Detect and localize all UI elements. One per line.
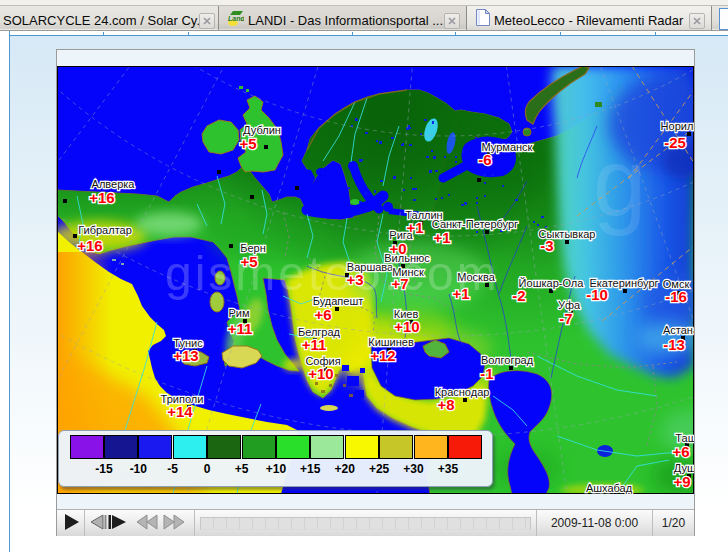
svg-text:+7: +7	[391, 275, 408, 292]
svg-text:+3: +3	[346, 271, 363, 288]
svg-text:-10: -10	[586, 286, 608, 303]
svg-text:+10: +10	[308, 365, 333, 382]
svg-text:+1: +1	[452, 285, 469, 302]
svg-text:-6: -6	[478, 151, 491, 168]
svg-text:+1: +1	[433, 229, 450, 246]
svg-text:Москва: Москва	[457, 271, 495, 283]
svg-text:+11: +11	[228, 320, 253, 337]
svg-text:+6: +6	[314, 306, 331, 323]
svg-text:Йошкар-Ола: Йошкар-Ола	[519, 277, 585, 289]
svg-text:-3: -3	[540, 237, 553, 254]
svg-text:-7: -7	[559, 310, 572, 327]
svg-text:+11: +11	[302, 336, 327, 353]
svg-text:+10: +10	[394, 318, 419, 335]
svg-text:+16: +16	[89, 189, 114, 206]
svg-text:-13: -13	[663, 336, 685, 353]
svg-text:+5: +5	[240, 253, 257, 270]
svg-text:Гибралтар: Гибралтар	[78, 224, 132, 236]
svg-text:gismeteo.com: gismeteo.com	[165, 247, 500, 300]
svg-text:+16: +16	[77, 237, 102, 254]
svg-text:-16: -16	[665, 288, 687, 305]
svg-text:-25: -25	[664, 134, 686, 151]
svg-text:+5: +5	[239, 135, 256, 152]
svg-text:g: g	[593, 129, 646, 236]
svg-text:Астана: Астана	[663, 324, 694, 336]
svg-text:-1: -1	[480, 365, 493, 382]
svg-text:Рим: Рим	[228, 307, 249, 319]
svg-text:Landi: Landi	[228, 15, 244, 22]
svg-text:+12: +12	[370, 347, 395, 364]
svg-text:+8: +8	[437, 396, 454, 413]
svg-text:Вильнюс: Вильнюс	[384, 252, 430, 264]
svg-text:+14: +14	[167, 403, 193, 420]
svg-text:+6: +6	[672, 443, 689, 460]
svg-text:Ашхабад: Ашхабад	[586, 482, 633, 494]
svg-text:+13: +13	[173, 347, 198, 364]
svg-text:-2: -2	[512, 287, 525, 304]
svg-text:+9: +9	[673, 473, 690, 490]
svg-text:Норильск: Норильск	[661, 120, 694, 132]
